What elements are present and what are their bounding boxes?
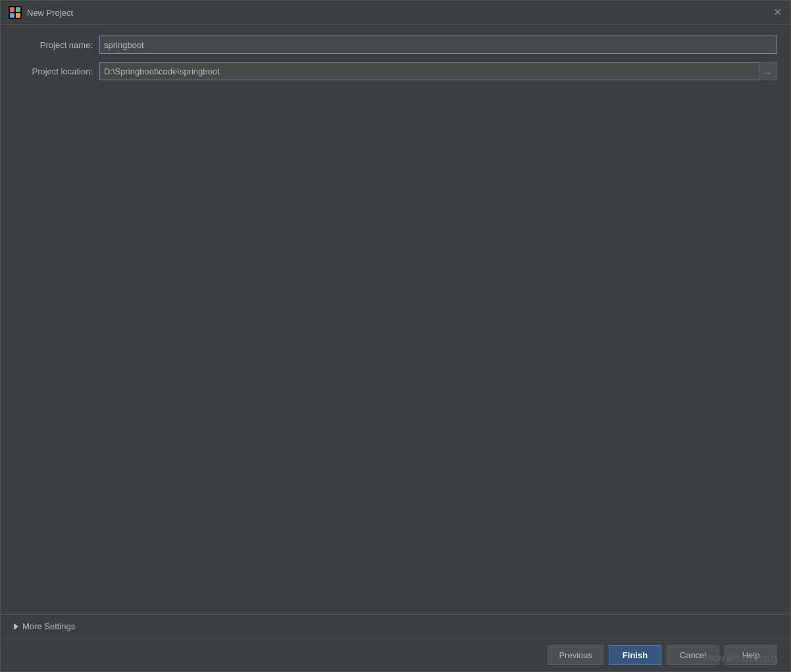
content-area: Project name: Project location: ...: [1, 25, 790, 614]
finish-button[interactable]: Finish: [609, 645, 661, 665]
project-name-label: Project name:: [14, 40, 99, 50]
previous-button[interactable]: Previous: [548, 645, 603, 665]
project-name-row: Project name:: [14, 36, 777, 54]
title-bar: New Project ✕: [1, 1, 790, 25]
title-bar-left: New Project: [9, 6, 73, 19]
app-icon: [9, 6, 22, 19]
project-location-field-group: ...: [99, 62, 777, 80]
expand-icon: [14, 623, 18, 630]
browse-button[interactable]: ...: [759, 62, 777, 80]
svg-rect-1: [10, 7, 14, 12]
more-settings-toggle[interactable]: More Settings: [14, 621, 777, 631]
project-location-label: Project location:: [14, 66, 99, 76]
svg-rect-4: [16, 13, 20, 18]
more-settings-label: More Settings: [22, 621, 75, 631]
project-location-input[interactable]: [99, 62, 759, 80]
project-location-row: Project location: ...: [14, 62, 777, 80]
close-button[interactable]: ✕: [772, 7, 782, 18]
svg-rect-3: [10, 13, 14, 18]
more-settings-section: More Settings: [1, 614, 790, 638]
project-name-input[interactable]: [99, 36, 777, 54]
svg-rect-2: [16, 7, 20, 12]
dialog-title: New Project: [27, 8, 73, 18]
bottom-bar: Previous Finish Cancel Help: [1, 638, 790, 671]
new-project-dialog: New Project ✕ Project name: Project loca…: [0, 0, 791, 672]
watermark: CSDN @乜乜乜乜乜乜: [704, 654, 777, 663]
